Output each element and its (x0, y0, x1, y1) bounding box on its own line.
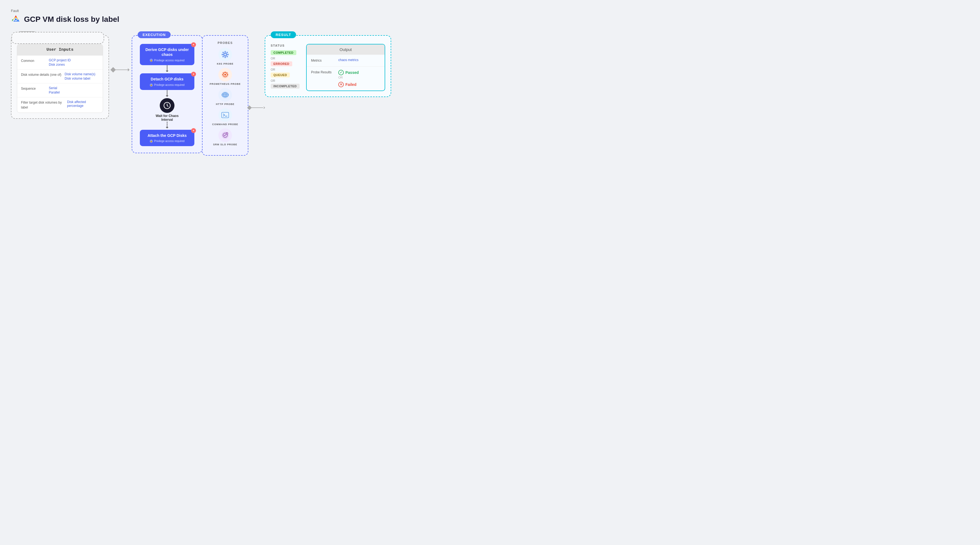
exec-title-derive: Derive GCP disks under chaos (144, 47, 190, 57)
input-value-diskname: Disk volume name(s) (65, 72, 95, 76)
metrics-label: Metrics (311, 58, 333, 63)
probe-item-http: HTTP PROBE (207, 88, 243, 105)
x-icon: ✕ (338, 82, 344, 87)
svg-rect-23 (222, 112, 229, 118)
probe-failed: ✕ Failed (338, 82, 359, 87)
spark-icon-derive: ✦ (191, 42, 196, 47)
exec-card-detach: ✦ Detach GCP disks 🔒 Privilege access re… (140, 73, 194, 90)
page-category: Fault (11, 9, 969, 13)
exec-title-attach: Attach the GCP Disks (144, 133, 190, 138)
output-header: Output (307, 45, 385, 54)
privilege-icon-derive: 🔒 (150, 59, 153, 62)
privilege-icon-attach: 🔒 (150, 140, 153, 143)
status-completed: COMPLETED (271, 50, 296, 55)
command-probe-name: COMMAND PROBE (212, 123, 238, 126)
svg-point-2 (22, 43, 26, 44)
or-1: OR (271, 57, 301, 60)
wait-node-container: Wait for ChaosInterval (156, 98, 178, 121)
tune-to-execution-arrow (109, 68, 132, 72)
prometheus-probe-name: PROMETHEUS PROBE (210, 83, 241, 85)
input-value-zones: Disk zones (49, 63, 71, 67)
diagram: TUNE User Inputs Common GCP project ID D… (11, 35, 969, 156)
input-values-filter: Disk affected percentage (67, 100, 99, 110)
status-col: STATUS COMPLETED OR ERRORED OR QUEUED OR… (271, 44, 301, 91)
clock-icon (163, 102, 171, 109)
status-queued: QUEUED (271, 73, 290, 77)
probe-results-label: Probe Results (311, 70, 333, 75)
execution-section: EXECUTION ✦ Derive GCP disks under chaos… (132, 35, 202, 153)
result-section: RESULT STATUS COMPLETED OR ERRORED OR QU… (265, 35, 391, 97)
privilege-icon-detach: 🔒 (150, 83, 153, 87)
user-inputs-header: User Inputs (17, 44, 103, 55)
exec-title-detach: Detach GCP disks (144, 76, 190, 81)
probe-passed: ✓ Passed (338, 70, 359, 75)
input-row-sequence: Sequence Serial Parallel (17, 83, 103, 97)
input-label-filter: Filter target disk volumes by label (21, 100, 64, 110)
svg-point-17 (224, 74, 226, 75)
probe-item-command: COMMAND PROBE (207, 108, 243, 126)
execution-badge: EXECUTION (138, 31, 171, 38)
exec-card-attach: ✦ Attach the GCP Disks 🔒 Privilege acces… (140, 130, 194, 146)
probes-label: PROBES (207, 41, 243, 45)
input-label-disk: Disk volume details (one of) (21, 72, 61, 80)
status-section-label: STATUS (271, 44, 301, 47)
command-probe-icon (218, 108, 232, 122)
status-errored: ERRORED (271, 61, 292, 66)
output-col: Output Metrics chaos metrics Probe Resul… (306, 44, 385, 91)
http-probe-icon (218, 88, 232, 102)
exec-sub-detach: 🔒 Privilege access required (144, 83, 190, 87)
failed-label: Failed (345, 82, 356, 87)
page-title: GCP VM disk loss by label (24, 15, 119, 24)
check-icon: ✓ (338, 70, 344, 75)
spark-icon-attach: ✦ (191, 128, 196, 133)
dashed-arrow (166, 121, 169, 130)
passed-label: Passed (345, 70, 359, 75)
or-2: OR (271, 68, 301, 71)
svg-point-3 (23, 43, 25, 44)
input-row-disk: Disk volume details (one of) Disk volume… (17, 69, 103, 83)
input-value-disklabel: Disk volume label (65, 76, 95, 80)
gcp-logo-icon (11, 14, 21, 24)
spark-icon-detach: ✦ (191, 72, 196, 76)
srm-probe-icon (218, 128, 232, 142)
k8s-probe-name: K8S PROBE (217, 62, 233, 65)
http-icon (221, 91, 229, 99)
result-badge: RESULT (271, 31, 296, 38)
input-value-serial: Serial (49, 86, 60, 90)
input-values-common: GCP project ID Disk zones (49, 58, 71, 67)
probes-to-result-arrow (248, 106, 265, 109)
wait-node (160, 98, 175, 113)
input-value-parallel: Parallel (49, 91, 60, 94)
input-value-affected: Disk affected percentage (67, 100, 99, 108)
srm-probe-name: SRM SLO PROBE (213, 143, 237, 146)
exec-card-derive: ✦ Derive GCP disks under chaos 🔒 Privile… (140, 44, 194, 65)
input-row-filter: Filter target disk volumes by label Disk… (17, 97, 103, 113)
exec-sub-attach: 🔒 Privilege access required (144, 140, 190, 143)
probes-section: PROBES K8S PROBE (202, 35, 248, 156)
metrics-value: chaos metrics (338, 58, 358, 62)
http-probe-name: HTTP PROBE (216, 103, 234, 105)
probe-item-prometheus: PROMETHEUS PROBE (207, 68, 243, 85)
input-row-common: Common GCP project ID Disk zones (17, 55, 103, 69)
step-arrow-2 (166, 90, 169, 98)
tune-gcp-icon (11, 32, 104, 44)
output-row-probe: Probe Results ✓ Passed OR ✕ Failed (307, 66, 385, 91)
output-row-metrics: Metrics chaos metrics (307, 54, 385, 66)
input-values-disk: Disk volume name(s) Disk volume label (65, 72, 95, 80)
k8s-icon (221, 51, 229, 59)
step-arrow-1 (166, 65, 169, 73)
tune-section: TUNE User Inputs Common GCP project ID D… (11, 35, 109, 119)
input-label-common: Common (21, 58, 46, 67)
exec-sub-derive: 🔒 Privilege access required (144, 59, 190, 62)
execution-steps: ✦ Derive GCP disks under chaos 🔒 Privile… (138, 44, 197, 146)
status-incompleted: INCOMPLETED (271, 84, 299, 89)
input-value-project: GCP project ID (49, 58, 71, 62)
prometheus-icon (221, 71, 229, 79)
srm-icon (221, 131, 229, 139)
result-inner: STATUS COMPLETED OR ERRORED OR QUEUED OR… (271, 44, 385, 91)
command-icon (221, 111, 229, 119)
or-probe: OR (338, 76, 359, 79)
svg-point-1 (15, 18, 17, 21)
probe-results-col: ✓ Passed OR ✕ Failed (338, 70, 359, 87)
prometheus-probe-icon (218, 68, 232, 81)
